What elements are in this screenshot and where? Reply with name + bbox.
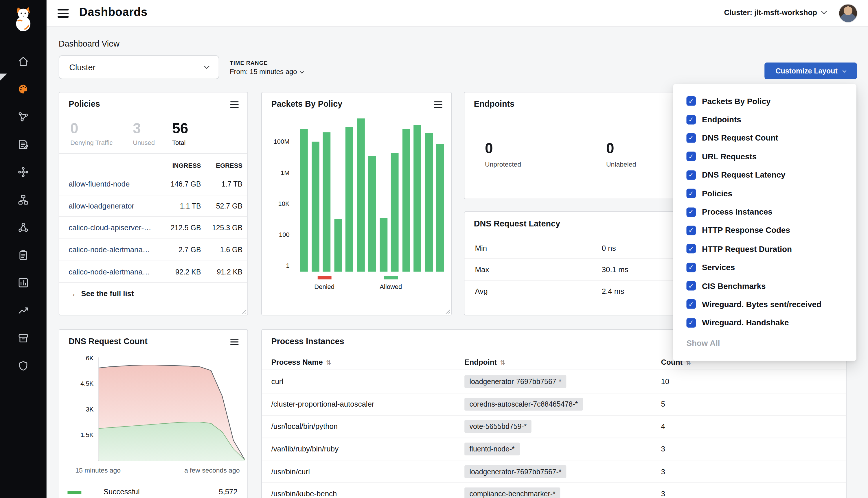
policy-packets-bar[interactable] xyxy=(311,142,319,272)
sidebar-item-reports[interactable] xyxy=(0,269,47,297)
process-name: /usr/bin/curl xyxy=(271,467,465,476)
cluster-selector[interactable]: Cluster: jlt-msft-workshop xyxy=(724,9,826,17)
customize-menu-item[interactable]: ✓CIS Benchmarks xyxy=(673,276,856,295)
policy-ingress-value: 2.7 GB xyxy=(153,246,201,254)
dns-x-label-end: a few seconds ago xyxy=(184,467,239,474)
customize-layout-button[interactable]: Customize Layout xyxy=(764,63,857,79)
user-avatar[interactable] xyxy=(839,4,858,23)
policy-packets-bar[interactable] xyxy=(323,132,331,272)
sort-icon[interactable]: ⇅ xyxy=(500,359,505,366)
policy-packets-bar[interactable] xyxy=(346,127,353,272)
sidebar-item-network[interactable] xyxy=(0,103,47,131)
calico-cat-logo[interactable] xyxy=(0,5,47,32)
stat-total[interactable]: 56 Total xyxy=(172,121,188,146)
chevron-down-icon xyxy=(821,9,827,14)
sidebar-item-hierarchy[interactable] xyxy=(0,186,47,214)
column-header-egress[interactable]: EGRESS xyxy=(201,162,243,169)
sidebar-item-storage[interactable] xyxy=(0,324,47,352)
policy-packets-bar[interactable] xyxy=(402,129,410,272)
customize-menu-item[interactable]: ✓Policies xyxy=(673,184,856,203)
customize-menu-item[interactable]: ✓Endpoints xyxy=(673,110,856,129)
sort-icon[interactable]: ⇅ xyxy=(326,359,331,366)
checkbox-checked-icon[interactable]: ✓ xyxy=(686,96,696,106)
checkbox-checked-icon[interactable]: ✓ xyxy=(686,318,696,328)
process-count: 3 xyxy=(661,467,846,476)
customize-menu-item[interactable]: ✓DNS Request Latency xyxy=(673,166,856,184)
drag-handle-icon[interactable] xyxy=(230,339,239,347)
column-header-ingress[interactable]: INGRESS xyxy=(153,162,201,169)
sidebar-item-security[interactable] xyxy=(0,352,47,380)
checkbox-checked-icon[interactable]: ✓ xyxy=(686,244,696,254)
resize-handle[interactable] xyxy=(241,308,246,314)
policy-packets-bar[interactable] xyxy=(413,125,421,272)
customize-menu-item[interactable]: ✓DNS Request Count xyxy=(673,129,856,147)
sidebar-item-home[interactable] xyxy=(0,48,47,76)
customize-menu-item[interactable]: ✓Process Instances xyxy=(673,203,856,221)
legend-swatch xyxy=(384,276,398,279)
dashboard-view-select[interactable]: Cluster xyxy=(59,55,219,79)
endpoint-chip[interactable]: vote-5655bd759-* xyxy=(464,420,531,433)
customize-menu-item[interactable]: ✓HTTP Request Duration xyxy=(673,240,856,258)
app-root: Dashboards Cluster: jlt-msft-workshop Da… xyxy=(0,0,868,498)
stat-denying-traffic[interactable]: 0 Denying Traffic xyxy=(70,121,113,146)
customize-menu-item[interactable]: ✓Packets By Policy xyxy=(673,92,856,110)
time-range-value[interactable]: From: 15 minutes ago xyxy=(230,68,303,76)
stat-unused[interactable]: 3 Unused xyxy=(133,121,155,146)
policy-packets-bar[interactable] xyxy=(300,129,308,272)
policy-packets-bar[interactable] xyxy=(368,156,376,272)
policy-packets-bar[interactable] xyxy=(436,144,444,272)
policy-packets-bar[interactable] xyxy=(357,118,365,272)
policy-name-link[interactable]: calico-node-alertmana… xyxy=(68,246,153,254)
policy-name-link[interactable]: allow-fluentd-node xyxy=(68,180,153,188)
customize-menu-item[interactable]: ✓HTTP Response Codes xyxy=(673,221,856,240)
sidebar-item-clusters[interactable] xyxy=(0,214,47,241)
sidebar-item-activity[interactable] xyxy=(0,297,47,325)
checkbox-checked-icon[interactable]: ✓ xyxy=(686,207,696,217)
checkbox-checked-icon[interactable]: ✓ xyxy=(686,170,696,180)
drag-handle-icon[interactable] xyxy=(230,101,239,109)
checkbox-checked-icon[interactable]: ✓ xyxy=(686,115,696,124)
policy-name-link[interactable]: calico-cloud-apiserver-… xyxy=(68,224,153,232)
policy-packets-bar[interactable] xyxy=(425,133,432,272)
customize-menu-item[interactable]: ✓Wireguard. Bytes sent/received xyxy=(673,295,856,314)
checkbox-checked-icon[interactable]: ✓ xyxy=(686,300,696,309)
stat-unlabeled[interactable]: 0 Unlabeled xyxy=(606,141,636,168)
legend-item-allowed[interactable]: Allowed xyxy=(380,276,402,290)
checkbox-checked-icon[interactable]: ✓ xyxy=(686,226,696,235)
customize-menu-item[interactable]: ✓Services xyxy=(673,258,856,277)
policy-name-link[interactable]: allow-loadgenerator xyxy=(68,201,153,210)
checkbox-checked-icon[interactable]: ✓ xyxy=(686,133,696,143)
endpoint-chip[interactable]: loadgenerator-7697bb7567-* xyxy=(464,465,567,478)
process-count: 3 xyxy=(661,445,846,453)
resize-handle[interactable] xyxy=(444,308,450,314)
endpoint-chip[interactable]: compliance-benchmarker-* xyxy=(464,488,560,498)
policy-packets-bar[interactable] xyxy=(334,219,342,272)
see-full-list-link[interactable]: → See the full list xyxy=(68,289,134,298)
endpoint-chip[interactable]: coredns-autoscaler-7c88465478-* xyxy=(464,398,583,410)
menu-toggle-button[interactable] xyxy=(57,9,68,19)
sidebar-item-service-graph[interactable] xyxy=(0,158,47,186)
sidebar-item-policies[interactable] xyxy=(0,131,47,158)
customize-menu-item-label: Process Instances xyxy=(702,208,773,217)
stat-unprotected[interactable]: 0 Unprotected xyxy=(485,141,521,168)
checkbox-checked-icon[interactable]: ✓ xyxy=(686,152,696,161)
customize-menu-item[interactable]: ✓Wireguard. Handshake xyxy=(673,314,856,332)
checkbox-checked-icon[interactable]: ✓ xyxy=(686,281,696,291)
customize-menu-item[interactable]: ✓URL Requests xyxy=(673,147,856,166)
dns-legend-successful[interactable]: Successful 5,572 xyxy=(59,486,248,498)
policy-name-link[interactable]: calico-node-alertmana… xyxy=(68,267,153,276)
checkbox-checked-icon[interactable]: ✓ xyxy=(686,189,696,198)
endpoint-chip[interactable]: fluentd-node-* xyxy=(464,443,520,456)
show-all-link[interactable]: Show All xyxy=(686,339,720,348)
column-header-endpoint[interactable]: Endpoint⇅ xyxy=(464,358,661,366)
checkbox-checked-icon[interactable]: ✓ xyxy=(686,263,696,272)
policy-packets-bar[interactable] xyxy=(391,153,399,272)
sidebar-item-compliance[interactable] xyxy=(0,241,47,269)
y-tick-label: 100M xyxy=(274,138,290,145)
y-tick-label: 6K xyxy=(86,355,93,361)
endpoint-chip[interactable]: loadgenerator-7697bb7567-* xyxy=(464,375,567,388)
drag-handle-icon[interactable] xyxy=(434,101,442,109)
legend-item-denied[interactable]: Denied xyxy=(314,276,335,290)
policy-packets-bar[interactable] xyxy=(380,218,387,272)
column-header-process-name[interactable]: Process Name⇅ xyxy=(271,358,465,366)
